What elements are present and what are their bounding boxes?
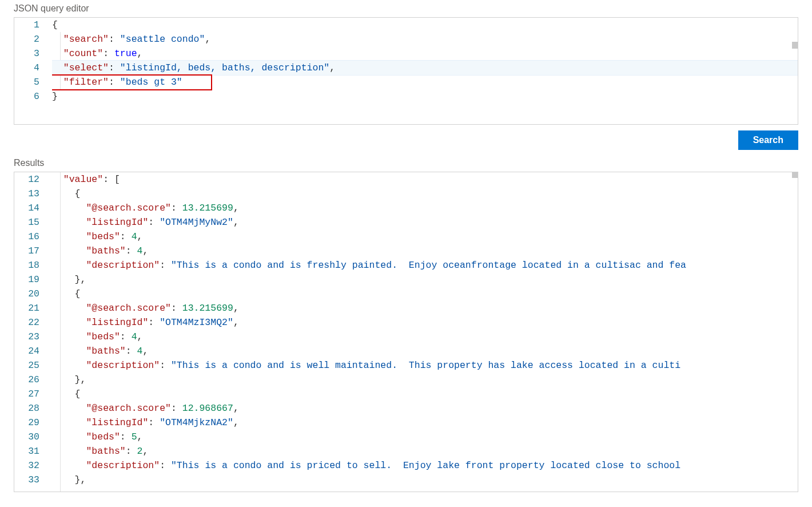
results-minimap[interactable] <box>728 173 791 490</box>
query-editor[interactable]: 1 2 3 4 5 6 { "search": "seattle condo",… <box>14 17 798 125</box>
code-line[interactable]: "count": true, <box>52 46 798 61</box>
code-line[interactable]: "description": "This is a condo and is p… <box>52 458 798 473</box>
query-editor-label: JSON query editor <box>0 0 812 17</box>
code-line[interactable]: "baths": 2, <box>52 444 798 458</box>
code-line[interactable]: { <box>52 287 798 301</box>
code-line[interactable]: } <box>52 89 798 104</box>
query-scrollbar[interactable] <box>792 42 798 49</box>
code-line[interactable]: "beds": 5, <box>52 430 798 444</box>
code-line[interactable]: }, <box>52 473 798 487</box>
code-line[interactable]: "beds": 4, <box>52 229 798 244</box>
code-line[interactable]: }, <box>52 373 798 387</box>
code-line[interactable]: "description": "This is a condo and is w… <box>52 358 798 373</box>
code-line[interactable]: { <box>52 187 798 201</box>
search-button[interactable]: Search <box>738 130 798 150</box>
code-line[interactable]: "listingId": "OTM4MjMyNw2", <box>52 215 798 229</box>
code-line[interactable]: "baths": 4, <box>52 344 798 358</box>
code-line[interactable]: "@search.score": 13.215699, <box>52 201 798 215</box>
query-code[interactable]: { "search": "seattle condo", "count": tr… <box>52 18 798 124</box>
code-line[interactable]: "listingId": "OTM4MzI3MQ2", <box>52 315 798 330</box>
query-toolbar: Search <box>0 125 812 150</box>
code-line[interactable]: "description": "This is a condo and is f… <box>52 258 798 272</box>
code-line[interactable]: "value": [ <box>52 172 798 187</box>
results-gutter: 12 13 14 15 16 17 18 19 20 21 22 23 24 2… <box>14 172 52 492</box>
results-code[interactable]: "value": [ { "@search.score": 13.215699,… <box>52 172 798 492</box>
code-line[interactable]: "beds": 4, <box>52 330 798 344</box>
code-line[interactable]: "listingId": "OTM4MjkzNA2", <box>52 415 798 430</box>
code-line[interactable]: "search": "seattle condo", <box>52 32 798 46</box>
code-line[interactable]: "@search.score": 12.968667, <box>52 401 798 415</box>
query-gutter: 1 2 3 4 5 6 <box>14 18 52 124</box>
code-line[interactable]: { <box>52 18 798 32</box>
code-line[interactable]: }, <box>52 272 798 287</box>
code-line[interactable]: { <box>52 387 798 401</box>
results-label: Results <box>0 155 812 172</box>
code-line[interactable]: "baths": 4, <box>52 244 798 258</box>
results-editor[interactable]: 12 13 14 15 16 17 18 19 20 21 22 23 24 2… <box>14 172 798 492</box>
code-line[interactable]: "filter": "beds gt 3" <box>52 75 798 89</box>
code-line-current[interactable]: "select": "listingId, beds, baths, descr… <box>52 61 798 75</box>
code-line[interactable]: "@search.score": 13.215699, <box>52 301 798 315</box>
results-scrollbar[interactable] <box>792 172 798 178</box>
